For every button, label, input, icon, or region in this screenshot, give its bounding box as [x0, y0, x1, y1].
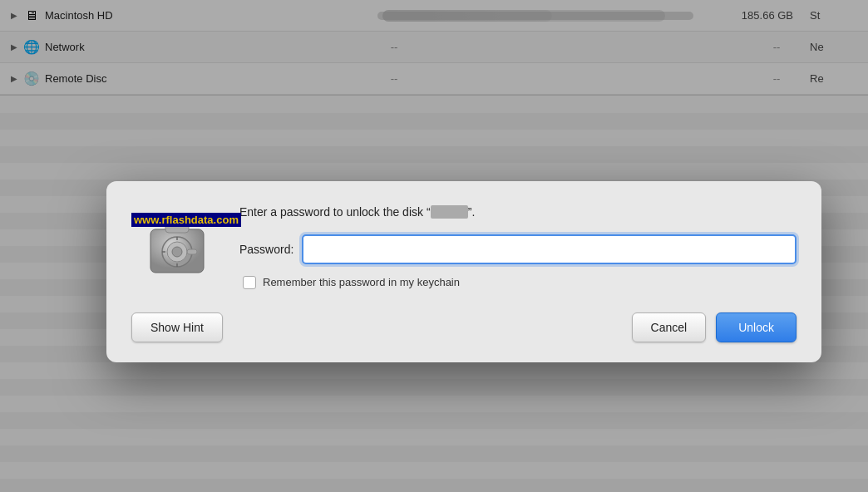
keychain-checkbox[interactable] — [243, 276, 256, 289]
watermark: www.rflashdata.com — [131, 213, 241, 227]
dialog-title: Enter a password to unlock the disk “CIL… — [239, 204, 796, 221]
dialog-content: Enter a password to unlock the disk “CIL… — [239, 204, 796, 296]
password-row: Password: — [239, 234, 796, 264]
show-hint-button[interactable]: Show Hint — [131, 312, 223, 342]
unlock-dialog: www.rflashdata.com — [106, 181, 821, 362]
cancel-button[interactable]: Cancel — [632, 312, 707, 342]
keychain-label: Remember this password in my keychain — [263, 276, 460, 288]
watermark-text: www.rflashdata.com — [134, 214, 239, 226]
dialog-title-suffix: ”. — [468, 205, 476, 219]
unlock-button[interactable]: Unlock — [716, 312, 796, 342]
dialog-buttons: Show Hint Cancel Unlock — [131, 312, 796, 342]
svg-rect-8 — [187, 249, 197, 254]
dialog-title-prefix: Enter a password to unlock the disk “ — [239, 205, 431, 219]
dialog-disk-name: CILOT — [431, 205, 468, 219]
password-input[interactable] — [302, 234, 796, 264]
svg-point-3 — [172, 247, 182, 257]
dialog-icon-area: www.rflashdata.com — [131, 213, 223, 279]
password-label: Password: — [239, 243, 293, 256]
keychain-row: Remember this password in my keychain — [239, 276, 796, 289]
dialog-top-section: www.rflashdata.com — [131, 204, 796, 296]
right-buttons-group: Cancel Unlock — [632, 312, 796, 342]
